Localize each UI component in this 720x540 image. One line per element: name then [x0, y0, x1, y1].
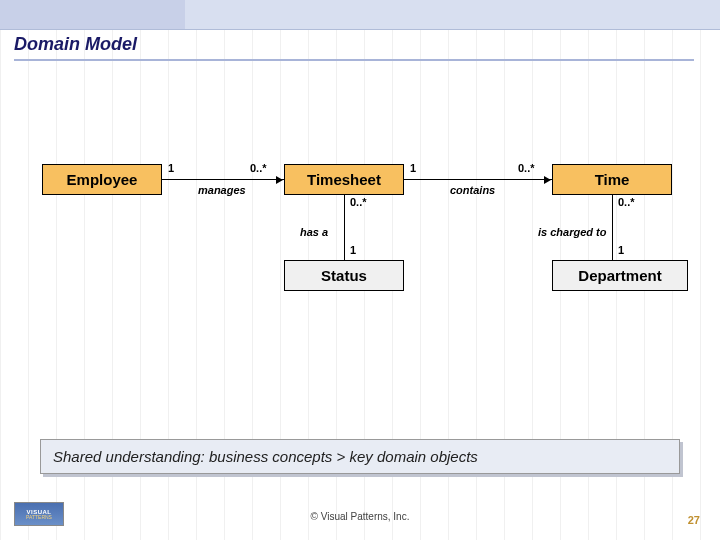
assoc-arrow-manages — [276, 176, 283, 184]
mult-manages-right: 0..* — [250, 162, 267, 174]
mult-charged-bottom: 1 — [618, 244, 624, 256]
mult-contains-right: 0..* — [518, 162, 535, 174]
assoc-line-contains — [404, 179, 552, 180]
header-bar — [0, 0, 720, 30]
assoc-line-charged — [612, 195, 613, 260]
assoc-arrow-contains — [544, 176, 551, 184]
mult-manages-left: 1 — [168, 162, 174, 174]
assoc-line-hasa — [344, 195, 345, 260]
slide-page: Domain Model Employee Timesheet Time Sta… — [0, 0, 720, 540]
mult-contains-left: 1 — [410, 162, 416, 174]
class-status: Status — [284, 260, 404, 291]
class-time: Time — [552, 164, 672, 195]
page-title: Domain Model — [14, 34, 694, 61]
assoc-label-hasa: has a — [300, 226, 328, 238]
page-number: 27 — [688, 514, 700, 526]
assoc-label-manages: manages — [198, 184, 246, 196]
assoc-line-manages — [162, 179, 284, 180]
class-employee: Employee — [42, 164, 162, 195]
mult-charged-top: 0..* — [618, 196, 635, 208]
copyright-text: © Visual Patterns, Inc. — [0, 511, 720, 522]
mult-hasa-bottom: 1 — [350, 244, 356, 256]
class-timesheet: Timesheet — [284, 164, 404, 195]
domain-model-diagram: Employee Timesheet Time Status Departmen… — [0, 140, 720, 340]
footer-caption: Shared understanding: business concepts … — [40, 439, 680, 474]
mult-hasa-top: 0..* — [350, 196, 367, 208]
assoc-label-contains: contains — [450, 184, 495, 196]
class-department: Department — [552, 260, 688, 291]
assoc-label-charged: is charged to — [538, 226, 606, 238]
